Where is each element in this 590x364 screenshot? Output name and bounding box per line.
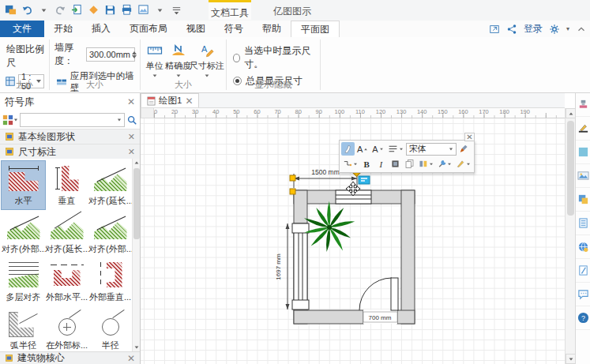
qat-button[interactable] [53, 2, 67, 17]
bold-button[interactable]: B [360, 157, 374, 171]
quick-color-button[interactable] [417, 157, 435, 171]
ribbon-tab[interactable]: 页面布局 [120, 21, 177, 37]
right-bar-button[interactable] [576, 164, 590, 188]
palm-plant-image[interactable] [303, 201, 355, 252]
right-bar-button[interactable] [576, 93, 590, 117]
print-icon [121, 4, 133, 16]
right-bar-button[interactable] [576, 283, 590, 306]
hyperlink-icon [577, 241, 589, 253]
gear-icon[interactable] [549, 24, 560, 35]
pen-style-button[interactable] [454, 157, 472, 171]
document-tools-tab[interactable]: 文档工具 [209, 0, 251, 20]
symbol-item[interactable]: 外部水平... [45, 257, 88, 306]
right-bar-button[interactable] [576, 259, 590, 283]
ribbon-tab[interactable]: 开始 [44, 21, 82, 37]
scale-title: 绘图比例尺 [6, 43, 44, 69]
symbol-item[interactable]: 对齐(延长... [45, 209, 88, 257]
font-decrease-button[interactable]: A [370, 142, 385, 156]
qat-button[interactable] [3, 2, 17, 17]
ribbon-big-button[interactable]: 精确度 [165, 41, 191, 77]
close-icon[interactable]: ✕ [128, 148, 135, 156]
symbol-item[interactable]: 半径 [88, 306, 132, 351]
search-icon[interactable] [126, 114, 137, 126]
right-bar-button[interactable] [576, 141, 590, 164]
font-increase-button[interactable]: A [355, 142, 370, 156]
fill-style-button[interactable] [389, 157, 402, 171]
right-bar-button[interactable]: ? [576, 306, 590, 330]
qat-button[interactable] [119, 2, 133, 17]
ribbon-big-button[interactable]: A尺寸标注 [193, 41, 221, 77]
window-left[interactable] [292, 223, 309, 310]
italic-button[interactable]: I [374, 157, 388, 171]
collapse-ribbon-icon[interactable] [576, 24, 587, 35]
symbol-thumbnail [49, 261, 85, 289]
drawing-canvas[interactable]: 700 mm 1500 mm 1697 mm [141, 118, 565, 364]
ruler-corner [141, 108, 154, 118]
dropdown-icon [154, 4, 166, 16]
right-bar-button[interactable] [576, 188, 590, 212]
ribbon-tab[interactable]: 平面图 [291, 21, 340, 37]
symbol-item[interactable]: 外部垂直... [88, 257, 132, 306]
gear-dropdown-icon[interactable]: ▾ [566, 25, 569, 32]
library-section-header[interactable]: 基本绘图形状✕ [0, 129, 140, 144]
wall-thickness-input[interactable]: 300.00mm [86, 47, 135, 62]
search-input[interactable] [20, 113, 125, 127]
close-icon[interactable]: ✕ [464, 133, 475, 141]
selection-handle[interactable] [290, 175, 295, 181]
panel-title: 符号库 [5, 96, 35, 109]
symbol-item[interactable]: 对齐(外部... [88, 209, 132, 257]
ribbon-tab[interactable]: 文件 [0, 21, 44, 37]
library-section-building-core[interactable]: 建筑物核心 ✕ [0, 351, 140, 364]
library-picker-button[interactable] [2, 114, 18, 126]
qat-button[interactable] [152, 2, 167, 17]
right-bar-button[interactable] [576, 235, 590, 259]
qat-button[interactable] [20, 2, 34, 17]
symbol-item[interactable]: 弧半径 [2, 306, 45, 351]
document-tab[interactable]: 绘图1 ✕ [141, 93, 199, 107]
symbol-item[interactable]: 在外部标... [45, 306, 88, 351]
radio-option[interactable]: 当选中时显示尺寸。 [233, 44, 314, 71]
selection-handle[interactable] [290, 189, 295, 194]
ribbon-tab[interactable]: 帮助 [253, 21, 291, 37]
qat-button[interactable] [136, 2, 150, 17]
ribbon-big-button[interactable]: 单位 [145, 41, 163, 77]
qat-button[interactable] [86, 2, 100, 17]
ribbon-tab[interactable]: 视图 [177, 21, 215, 37]
dimension-left[interactable] [286, 223, 290, 310]
right-bar-button[interactable] [576, 212, 590, 235]
symbol-item[interactable]: 对齐(外部... [2, 209, 45, 257]
tools-button[interactable] [436, 157, 454, 171]
quick-access-toolbar [3, 2, 183, 17]
brush-button[interactable] [457, 142, 471, 156]
dropdown-icon [38, 4, 50, 16]
qat-button[interactable] [169, 2, 183, 17]
export-window-icon[interactable] [489, 24, 500, 35]
panel-scrollbar[interactable] [132, 159, 140, 351]
qat-button[interactable] [36, 2, 51, 17]
format-painter-button[interactable] [341, 142, 355, 156]
close-icon[interactable]: ✕ [127, 97, 135, 107]
qat-button[interactable] [103, 2, 117, 17]
picture-icon [577, 170, 589, 182]
symbol-item[interactable]: 多层对齐 [2, 257, 45, 306]
copy-style-button[interactable] [403, 157, 416, 171]
close-tab-icon[interactable]: ✕ [185, 96, 193, 106]
ribbon-tab[interactable]: 符号 [215, 21, 253, 37]
symbol-item[interactable]: 垂直 [45, 161, 88, 209]
font-name-select[interactable]: 宋体 [406, 143, 457, 156]
line-spacing-button[interactable] [386, 142, 405, 156]
symbol-thumbnail [6, 309, 42, 337]
canvas-vertical-scrollbar[interactable] [565, 108, 575, 364]
ribbon-tab[interactable]: 插入 [82, 21, 120, 37]
login-button[interactable]: 登录 [524, 22, 543, 36]
qat-button[interactable] [70, 2, 84, 17]
symbol-item[interactable]: 对齐(延长... [88, 161, 132, 209]
share-icon[interactable] [506, 24, 517, 35]
right-bar-button[interactable] [576, 117, 590, 141]
spinner[interactable] [132, 51, 137, 58]
close-icon[interactable]: ✕ [128, 133, 135, 141]
connector-style-button[interactable] [341, 157, 359, 171]
library-section-header[interactable]: 尺寸标注✕ [0, 144, 140, 159]
close-icon[interactable]: ✕ [127, 354, 135, 363]
symbol-item[interactable]: 水平 [2, 161, 45, 209]
